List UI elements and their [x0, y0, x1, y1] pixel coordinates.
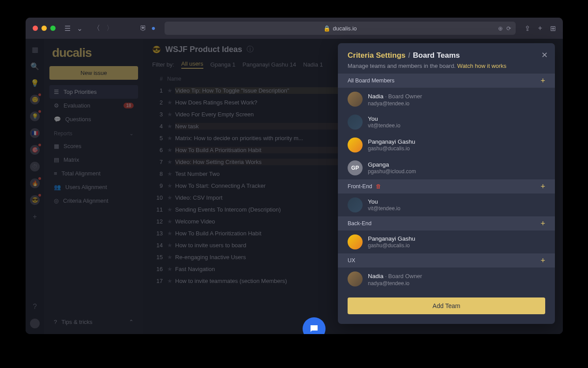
- bulb-icon[interactable]: 💡: [30, 78, 40, 88]
- nav-scores[interactable]: ▦Scores: [49, 139, 138, 153]
- star-icon[interactable]: ★: [167, 111, 172, 118]
- section-front-end: Front-End🗑 +: [338, 179, 555, 193]
- search-icon[interactable]: 🔍: [30, 61, 40, 71]
- row-index: 8: [152, 171, 167, 177]
- shield-icon[interactable]: ⛨: [140, 24, 147, 32]
- apps-icon[interactable]: ▦: [30, 44, 40, 55]
- chat-icon: 💬: [54, 116, 61, 123]
- avatar: [348, 197, 363, 212]
- star-icon[interactable]: ★: [167, 159, 172, 165]
- star-icon[interactable]: ★: [167, 218, 172, 225]
- rail-avatar-5[interactable]: ⏱: [30, 161, 40, 172]
- layers-icon: ≡: [54, 170, 57, 177]
- member-row[interactable]: Panganayi Gashugashu@ducalis.io: [338, 230, 555, 253]
- rail-avatar-4[interactable]: 🎯: [30, 145, 40, 155]
- reload-icon[interactable]: ⟳: [506, 25, 511, 32]
- back-icon[interactable]: 〈: [93, 24, 100, 33]
- filter-all-users[interactable]: All users: [181, 60, 203, 69]
- star-icon[interactable]: ★: [167, 206, 172, 213]
- breadcrumb-criteria[interactable]: Criteria Settings: [348, 51, 405, 60]
- address-bar[interactable]: 🔒 ducalis.io ⊕ ⟳: [165, 22, 516, 35]
- star-icon[interactable]: ★: [167, 135, 172, 141]
- star-icon[interactable]: ★: [167, 87, 172, 94]
- nav-section-reports[interactable]: Reports⌄: [49, 126, 138, 139]
- matrix-icon: ▤: [54, 156, 59, 163]
- row-index: 7: [152, 159, 167, 165]
- star-icon[interactable]: ★: [167, 147, 172, 153]
- url-text: ducalis.io: [333, 25, 357, 32]
- member-row[interactable]: GP Gpangapgashu@icloud.com: [338, 156, 555, 179]
- watch-link[interactable]: Watch how it works: [457, 63, 507, 69]
- star-icon[interactable]: ★: [167, 171, 172, 177]
- add-team-button[interactable]: Add Team: [348, 297, 545, 314]
- member-row[interactable]: Youvit@tendee.io: [338, 111, 555, 134]
- member-row[interactable]: Nadia · Board Ownernadya@tendee.io: [338, 88, 555, 111]
- rail-avatar-7[interactable]: 😎: [30, 195, 40, 205]
- info-icon[interactable]: ⓘ: [247, 45, 254, 54]
- section-ux: UX +: [338, 253, 555, 268]
- member-row[interactable]: Panganayi Gashugashu@ducalis.io: [338, 134, 555, 156]
- tabs-overview-icon[interactable]: ⊞: [550, 24, 556, 33]
- add-workspace-icon[interactable]: +: [30, 212, 40, 222]
- star-icon[interactable]: ★: [167, 278, 172, 284]
- password-manager-icon[interactable]: ●: [151, 24, 156, 32]
- star-icon[interactable]: ★: [167, 254, 172, 260]
- col-index: #: [152, 76, 167, 82]
- star-icon[interactable]: ★: [167, 194, 172, 201]
- rail-avatar-1[interactable]: 🙂: [30, 94, 40, 105]
- share-icon[interactable]: ⇪: [524, 24, 530, 33]
- nav-evaluation[interactable]: ⚙Evaluation18: [49, 99, 138, 112]
- rail-avatar-2[interactable]: 💡: [30, 111, 40, 122]
- nav-tips[interactable]: ?Tips & tricks⌃: [49, 315, 138, 329]
- nav-matrix[interactable]: ▤Matrix: [49, 153, 138, 167]
- translate-icon[interactable]: ⊕: [498, 25, 503, 32]
- forward-icon: 〉: [106, 24, 113, 33]
- minimize-window-icon[interactable]: [41, 26, 47, 31]
- sidebar-toggle-icon[interactable]: ☰: [64, 24, 71, 33]
- add-member-icon[interactable]: +: [540, 256, 545, 264]
- maximize-window-icon[interactable]: [50, 26, 56, 31]
- add-member-icon[interactable]: +: [540, 77, 545, 85]
- row-index: 17: [152, 278, 167, 284]
- board-title: WSJF Product Ideas: [165, 45, 242, 54]
- member-row[interactable]: Youvit@tendee.io: [338, 193, 555, 216]
- filter-gpanga[interactable]: Gpanga 1: [210, 61, 236, 68]
- row-index: 2: [152, 99, 167, 106]
- row-index: 11: [152, 206, 167, 213]
- star-icon[interactable]: ★: [167, 123, 172, 130]
- new-issue-button[interactable]: New issue: [49, 66, 138, 80]
- filter-nadia[interactable]: Nadia 1: [303, 61, 323, 68]
- help-icon[interactable]: ?: [30, 301, 40, 312]
- rail-avatar-3[interactable]: 🇫🇷: [30, 128, 40, 138]
- left-rail: ▦ 🔍 💡 🙂 💡 🇫🇷 🎯 ⏱ 🔥 😎 + ?: [26, 39, 44, 334]
- nav-questions[interactable]: 💬Questions: [49, 112, 138, 126]
- evaluation-badge: 18: [124, 103, 134, 108]
- close-icon[interactable]: ✕: [541, 50, 548, 60]
- star-icon[interactable]: ★: [167, 230, 172, 237]
- star-icon[interactable]: ★: [167, 182, 172, 189]
- star-icon[interactable]: ★: [167, 242, 172, 249]
- star-icon[interactable]: ★: [167, 99, 172, 106]
- add-member-icon[interactable]: +: [540, 182, 545, 190]
- user-avatar[interactable]: [30, 318, 40, 329]
- trash-icon[interactable]: 🗑: [376, 183, 382, 190]
- modal-title: Criteria Settings / Board Teams: [348, 51, 545, 60]
- row-index: 9: [152, 182, 167, 189]
- close-window-icon[interactable]: [33, 26, 38, 31]
- modal-subtitle: Manage teams and members in the board. W…: [348, 63, 545, 69]
- logo: ducalis: [49, 44, 138, 66]
- nav-criteria-alignment[interactable]: ◎Criteria Alignment: [49, 194, 138, 208]
- star-icon[interactable]: ★: [167, 266, 172, 272]
- add-member-icon[interactable]: +: [540, 219, 545, 227]
- filter-panganayi[interactable]: Panganayi Gashu 14: [243, 61, 296, 68]
- board-emoji-icon: 😎: [152, 45, 161, 54]
- breadcrumb-page: Board Teams: [413, 51, 460, 60]
- nav-users-alignment[interactable]: 👥Users Alignment: [49, 180, 138, 194]
- new-tab-icon[interactable]: +: [538, 24, 542, 32]
- member-row[interactable]: Nadia · Board Ownernadya@tendee.io: [338, 268, 555, 290]
- rail-avatar-6[interactable]: 🔥: [30, 178, 40, 189]
- nav-total-alignment[interactable]: ≡Total Alignment: [49, 167, 138, 180]
- row-index: 5: [152, 135, 167, 141]
- nav-top-priorities[interactable]: ☰Top Priorities: [49, 85, 138, 99]
- chevron-down-icon[interactable]: ⌄: [77, 24, 82, 33]
